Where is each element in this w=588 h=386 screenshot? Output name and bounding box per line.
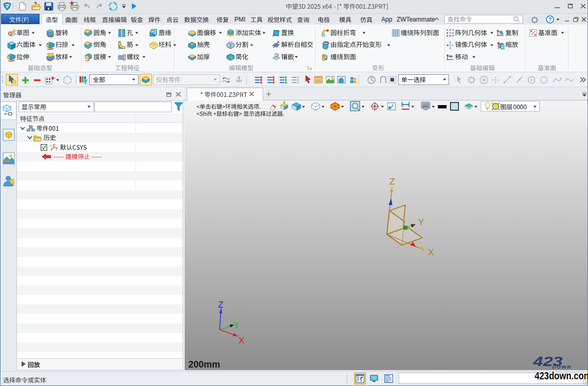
svg-text:X: X [55, 148, 57, 151]
svg-text:Y: Y [55, 144, 57, 147]
svg-text:?: ? [548, 17, 552, 23]
svg-text:Z: Z [50, 144, 52, 147]
